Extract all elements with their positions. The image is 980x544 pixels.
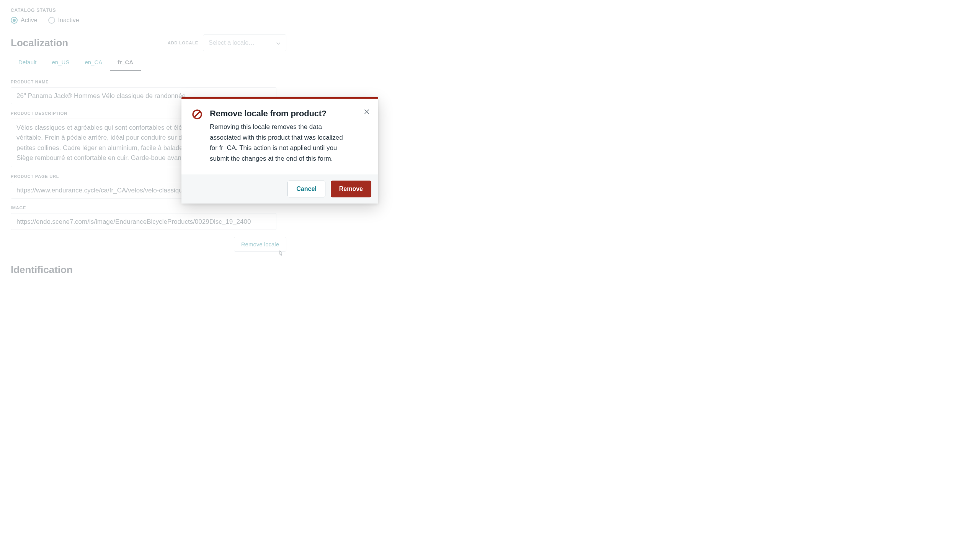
tab-en-us[interactable]: en_US [44, 54, 77, 71]
radio-icon [48, 17, 55, 24]
radio-active-label: Active [21, 17, 38, 24]
modal-body-text: Removing this locale removes the data as… [210, 122, 348, 164]
localization-heading: Localization [11, 37, 68, 49]
remove-locale-wrap: Remove locale [11, 237, 286, 252]
prohibit-icon [191, 109, 203, 164]
image-label: IMAGE [11, 205, 286, 210]
tab-fr-ca[interactable]: fr_CA [110, 54, 141, 71]
modal-title: Remove locale from product? [210, 109, 348, 119]
localization-header: Localization ADD LOCALE Select a locale… [11, 34, 286, 51]
radio-active[interactable]: Active [11, 17, 38, 24]
catalog-status-radio-group: Active Inactive [11, 17, 969, 24]
add-locale-wrap: ADD LOCALE Select a locale… [168, 34, 286, 51]
radio-inactive-label: Inactive [58, 17, 79, 24]
close-icon [364, 109, 370, 116]
modal-text: Remove locale from product? Removing thi… [210, 109, 348, 164]
add-locale-label: ADD LOCALE [168, 41, 198, 45]
radio-icon [11, 17, 18, 24]
catalog-status-label: CATALOG STATUS [11, 8, 969, 13]
image-input[interactable]: https://endo.scene7.com/is/image/Enduran… [11, 213, 276, 230]
cursor-pointer-icon [277, 250, 284, 259]
radio-inactive[interactable]: Inactive [48, 17, 79, 24]
modal-footer: Cancel Remove [181, 174, 378, 204]
page-root: CATALOG STATUS Active Inactive Localizat… [0, 0, 980, 544]
remove-locale-modal: Remove locale from product? Removing thi… [181, 97, 378, 204]
cancel-button[interactable]: Cancel [287, 181, 325, 197]
locale-select[interactable]: Select a locale… [203, 34, 286, 51]
locale-tabs: Default en_US en_CA fr_CA [11, 54, 286, 71]
modal-close-button[interactable] [362, 108, 371, 117]
field-image: IMAGE https://endo.scene7.com/is/image/E… [11, 205, 286, 230]
locale-select-placeholder: Select a locale… [209, 39, 255, 46]
svg-line-1 [194, 112, 200, 117]
remove-button[interactable]: Remove [331, 181, 371, 197]
tab-en-ca[interactable]: en_CA [77, 54, 110, 71]
product-name-label: PRODUCT NAME [11, 80, 286, 84]
identification-heading: Identification [11, 264, 969, 276]
chevron-down-icon [276, 41, 281, 45]
tab-default[interactable]: Default [11, 54, 44, 71]
